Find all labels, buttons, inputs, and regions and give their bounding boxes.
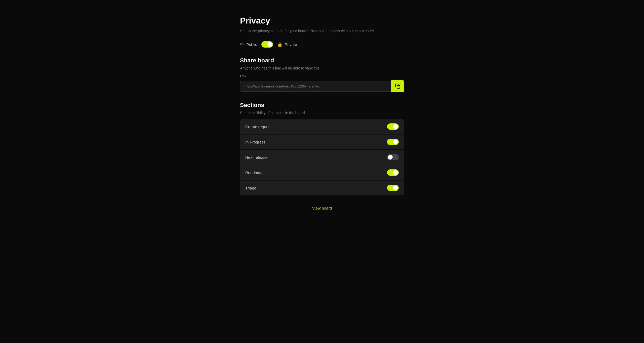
link-input-row — [240, 80, 404, 92]
privacy-toggle-slider — [261, 41, 273, 48]
section-name: Roadmap — [245, 170, 262, 175]
link-label: Link — [240, 74, 404, 78]
svg-rect-0 — [397, 86, 400, 89]
sections-title: Sections — [240, 102, 404, 109]
section-name: Triage — [245, 186, 256, 190]
section-toggle-2[interactable] — [387, 154, 399, 160]
copy-icon — [395, 84, 400, 89]
section-name: In Progress — [245, 140, 266, 144]
section-toggle-3[interactable] — [387, 169, 399, 176]
section-toggle-slider-4 — [387, 185, 399, 191]
view-board-link[interactable]: View board — [240, 206, 404, 210]
section-toggle-slider-1 — [387, 139, 399, 145]
section-row: Triage — [240, 180, 404, 195]
section-row: Next release — [240, 150, 404, 165]
section-toggle-slider-0 — [387, 123, 399, 130]
privacy-toggle-row: 👁 Public 🔒 Private — [240, 41, 404, 48]
section-toggle-4[interactable] — [387, 185, 399, 191]
privacy-toggle[interactable] — [261, 41, 273, 48]
section-name: Next release — [245, 155, 267, 160]
sections-list: Create requestIn ProgressNext releaseRoa… — [240, 119, 404, 195]
section-toggle-slider-2 — [387, 154, 399, 160]
link-input[interactable] — [240, 81, 391, 92]
section-toggle-slider-3 — [387, 169, 399, 176]
lock-icon: 🔒 — [277, 42, 283, 47]
share-board-title: Share board — [240, 57, 404, 64]
section-row: Roadmap — [240, 165, 404, 180]
page-subtitle: Set up the privacy settings for your boa… — [240, 28, 404, 34]
section-toggle-1[interactable] — [387, 139, 399, 145]
share-board-subtitle: Anyone who has this link will be able to… — [240, 66, 404, 70]
eye-icon: 👁 — [240, 42, 244, 47]
page-title: Privacy — [240, 16, 404, 26]
section-toggle-0[interactable] — [387, 123, 399, 130]
private-label: Private — [285, 42, 297, 47]
copy-button[interactable] — [391, 80, 404, 92]
section-row: In Progress — [240, 135, 404, 149]
section-row: Create request — [240, 119, 404, 134]
private-option: 🔒 Private — [277, 42, 297, 47]
public-option: 👁 Public — [240, 42, 257, 47]
sections-visibility-label: Set the visibility of sections in the bo… — [240, 111, 404, 115]
section-name: Create request — [245, 124, 271, 129]
page-container: Privacy Set up the privacy settings for … — [240, 11, 404, 210]
public-label: Public — [246, 42, 257, 47]
